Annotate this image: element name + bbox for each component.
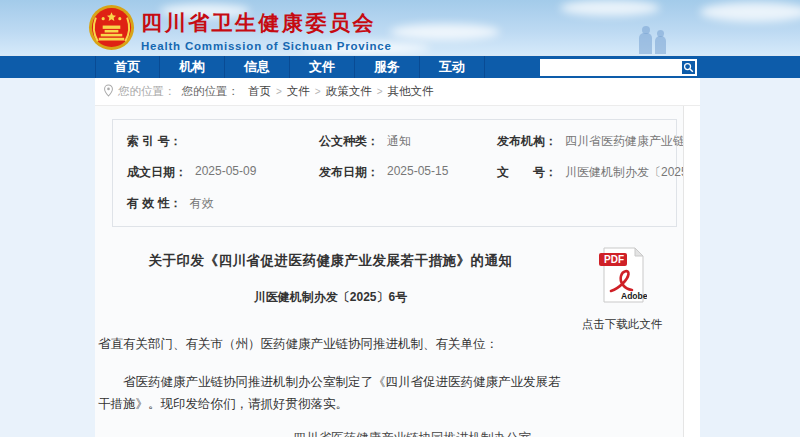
paragraph: 省直有关部门、有关市（州）医药健康产业链协同推进机制、有关单位： (98, 333, 563, 355)
field-value: 2025-05-15 (387, 164, 448, 181)
field-document-number: 文 号： 川医健机制办发〔2025〕6号 (497, 164, 667, 181)
field-index-number: 索 引 号： (127, 133, 319, 150)
document-body: 省直有关部门、有关市（州）医药健康产业链协同推进机制、有关单位： 省医药健康产业… (98, 333, 563, 415)
field-value: 川医健机制办发〔2025〕6号 (565, 164, 684, 181)
nav-item-organization[interactable]: 机构 (160, 56, 225, 78)
breadcrumb: 您的位置：您的位置：首页>文件>政策文件>其他文件 (95, 78, 700, 106)
silhouette-decoration (655, 36, 666, 54)
breadcrumb-separator: > (276, 86, 282, 97)
document-section: 关于印发《四川省促进医药健康产业发展若干措施》的通知 川医健机制办发〔2025〕… (95, 238, 683, 437)
field-value: 通知 (387, 133, 411, 150)
table-row: 索 引 号： 公文种类： 通知 发布机构： 四川省医药健康产业链协同推进... (113, 126, 676, 157)
field-label: 文 号： (497, 164, 557, 181)
nav-item-services[interactable]: 服务 (355, 56, 420, 78)
pdf-download-box: PDF Adobe 点击下载此文件 (563, 238, 681, 437)
field-issuing-agency: 发布机构： 四川省医药健康产业链协同推进... (497, 133, 667, 150)
nav-item-home[interactable]: 首页 (95, 56, 160, 78)
article-panel: 索 引 号： 公文种类： 通知 发布机构： 四川省医药健康产业链协同推进... … (95, 106, 684, 437)
national-emblem-logo[interactable] (88, 4, 135, 51)
silhouette-decoration (639, 33, 652, 54)
breadcrumb-link-other-documents[interactable]: 其他文件 (388, 85, 434, 97)
field-value: 四川省医药健康产业链协同推进... (565, 133, 684, 150)
site-header: 四川省卫生健康委员会 Health Commission of Sichuan … (0, 0, 800, 55)
site-title-block: 四川省卫生健康委员会 Health Commission of Sichuan … (141, 9, 392, 52)
field-label: 索 引 号： (127, 133, 182, 150)
nav-item-information[interactable]: 信息 (225, 56, 290, 78)
site-title: 四川省卫生健康委员会 (141, 9, 392, 37)
site-subtitle: Health Commission of Sichuan Province (141, 40, 392, 52)
document-title: 关于印发《四川省促进医药健康产业发展若干措施》的通知 (98, 252, 563, 270)
field-label: 发布机构： (497, 133, 557, 150)
field-value: 2025-05-09 (195, 164, 256, 181)
breadcrumb-prefix: 您的位置： (182, 85, 240, 97)
search-box (540, 59, 697, 76)
search-button[interactable] (681, 60, 696, 75)
document-info-table: 索 引 号： 公文种类： 通知 发布机构： 四川省医药健康产业链协同推进... … (112, 119, 677, 227)
field-label: 成文日期： (127, 164, 187, 181)
field-written-date: 成文日期： 2025-05-09 (127, 164, 319, 181)
document-signature: 四川省医药健康产业链协同推进机制办公室 (98, 430, 563, 437)
breadcrumb-link-documents[interactable]: 文件 (287, 85, 310, 97)
field-publish-date: 发布日期： 2025-05-15 (319, 164, 497, 181)
main-navbar: 首页 机构 信息 文件 服务 互动 (0, 55, 800, 78)
document-main: 关于印发《四川省促进医药健康产业发展若干措施》的通知 川医健机制办发〔2025〕… (95, 238, 563, 437)
breadcrumb-link-policy-documents[interactable]: 政策文件 (326, 85, 372, 97)
nav-item-documents[interactable]: 文件 (290, 56, 355, 78)
field-document-type: 公文种类： 通知 (319, 133, 497, 150)
document-number: 川医健机制办发〔2025〕6号 (98, 289, 563, 306)
breadcrumb-separator: > (315, 86, 321, 97)
pdf-banner-text: PDF (604, 254, 624, 265)
pdf-file-icon[interactable]: PDF Adobe (597, 246, 647, 304)
location-pin-icon (103, 84, 114, 97)
breadcrumb-separator: > (377, 86, 383, 97)
search-input[interactable] (542, 59, 680, 76)
field-value: 有效 (190, 195, 214, 212)
breadcrumb-link-home[interactable]: 首页 (248, 85, 271, 97)
search-icon (683, 62, 694, 73)
field-label: 发布日期： (319, 164, 379, 181)
field-validity: 有 效 性： 有效 (127, 195, 319, 212)
cloud-decoration (560, 0, 660, 16)
cloud-decoration (700, 2, 800, 22)
content-column: 您的位置：您的位置：首页>文件>政策文件>其他文件 索 引 号： 公文种类： 通… (95, 78, 700, 437)
pdf-brand-text: Adobe (621, 291, 647, 301)
paragraph: 省医药健康产业链协同推进机制办公室制定了《四川省促进医药健康产业发展若干措施》。… (98, 371, 563, 415)
table-row: 有 效 性： 有效 (113, 188, 676, 219)
breadcrumb-prefix: 您的位置： (118, 85, 176, 97)
field-label: 公文种类： (319, 133, 379, 150)
table-row: 成文日期： 2025-05-09 发布日期： 2025-05-15 文 号： 川… (113, 157, 676, 188)
field-label: 有 效 性： (127, 195, 182, 212)
pdf-download-link[interactable]: 点击下载此文件 (563, 317, 681, 332)
nav-item-interaction[interactable]: 互动 (420, 56, 485, 78)
cloud-decoration (390, 24, 500, 40)
